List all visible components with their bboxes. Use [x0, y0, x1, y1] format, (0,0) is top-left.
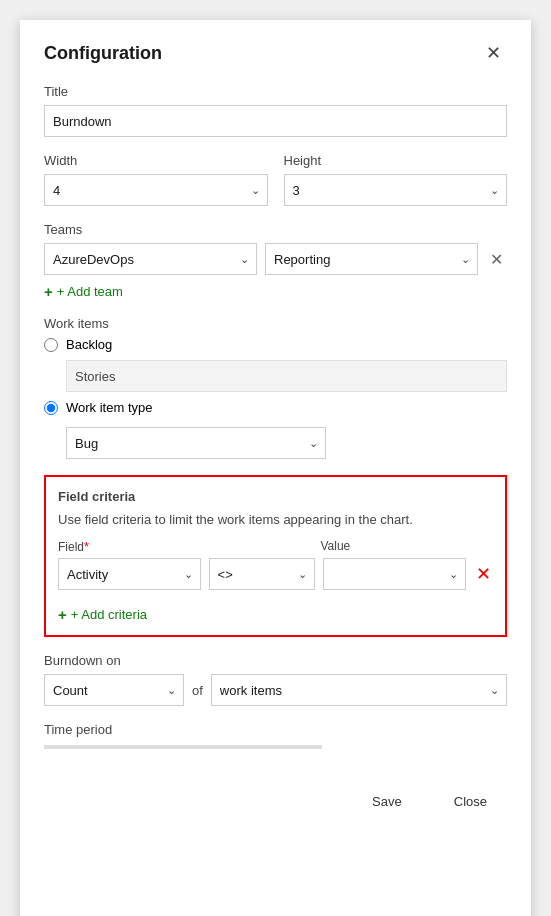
criteria-value-select[interactable]: [323, 558, 466, 590]
backlog-input: [66, 360, 507, 392]
remove-criteria-button[interactable]: ✕: [474, 563, 493, 585]
criteria-value-column-label: Value: [316, 539, 459, 554]
work-item-type-select[interactable]: Bug Epic Feature Task User Story: [66, 427, 326, 459]
team1-select[interactable]: AzureDevOps Contoso: [44, 243, 257, 275]
burndown-of-label: of: [192, 683, 203, 698]
field-criteria-desc: Use field criteria to limit the work ite…: [58, 512, 493, 527]
criteria-field-select-wrapper: Activity Priority State Tags ⌄: [58, 558, 201, 590]
criteria-value-select-wrapper: ⌄: [323, 558, 466, 590]
burndown-work-items-select[interactable]: work items story points effort: [211, 674, 507, 706]
width-section: Width 1 2 3 4 5 6 ⌄: [44, 153, 268, 206]
field-criteria-box: Field criteria Use field criteria to lim…: [44, 475, 507, 637]
criteria-field-column-label: Field*: [58, 539, 197, 554]
backlog-radio[interactable]: [44, 338, 58, 352]
criteria-op-select[interactable]: <> = < > <= >=: [209, 558, 316, 590]
work-item-type-radio-label: Work item type: [66, 400, 152, 415]
title-input[interactable]: [44, 105, 507, 137]
burndown-row: Count Sum ⌄ of work items story points e…: [44, 674, 507, 706]
add-criteria-icon: +: [58, 606, 67, 623]
team2-select-wrapper: Reporting Contoso ⌄: [265, 243, 478, 275]
remove-team-button[interactable]: ✕: [486, 250, 507, 269]
width-label: Width: [44, 153, 268, 168]
height-select[interactable]: 1 2 3 4 5 6: [284, 174, 508, 206]
criteria-action-spacer: [467, 539, 493, 554]
backlog-radio-label: Backlog: [66, 337, 112, 352]
dialog-close-button[interactable]: ✕: [480, 40, 507, 66]
title-section: Title: [44, 84, 507, 137]
required-star: *: [84, 539, 89, 554]
dialog-header: Configuration ✕: [44, 40, 507, 66]
work-item-type-option: Work item type: [44, 400, 507, 415]
teams-label: Teams: [44, 222, 507, 237]
add-criteria-button[interactable]: + + Add criteria: [58, 606, 147, 623]
dialog-title: Configuration: [44, 43, 162, 64]
work-items-section: Work items Backlog Work item type Bug Ep…: [44, 316, 507, 459]
add-criteria-label: + Add criteria: [71, 607, 147, 622]
add-team-icon: +: [44, 283, 53, 300]
burndown-section: Burndown on Count Sum ⌄ of work items st…: [44, 653, 507, 706]
configuration-dialog: Configuration ✕ Title Width 1 2 3 4 5 6 …: [20, 20, 531, 916]
burndown-count-select[interactable]: Count Sum: [44, 674, 184, 706]
criteria-labels-row: Field* Value: [58, 539, 493, 554]
width-height-section: Width 1 2 3 4 5 6 ⌄ Height 1 2 3: [44, 153, 507, 206]
work-items-radio-group: Backlog Work item type Bug Epic Feature …: [44, 337, 507, 459]
criteria-op-column-label: [205, 539, 309, 554]
backlog-option: Backlog: [44, 337, 507, 352]
add-team-label: + Add team: [57, 284, 123, 299]
add-team-button[interactable]: + + Add team: [44, 283, 123, 300]
time-period-bar: [44, 745, 322, 749]
save-button[interactable]: Save: [352, 785, 422, 817]
dialog-footer: Save Close: [44, 773, 507, 817]
criteria-op-select-wrapper: <> = < > <= >= ⌄: [209, 558, 316, 590]
time-period-label: Time period: [44, 722, 507, 737]
team2-select[interactable]: Reporting Contoso: [265, 243, 478, 275]
work-item-type-select-wrapper: Bug Epic Feature Task User Story ⌄: [66, 427, 326, 459]
burndown-work-items-select-wrapper: work items story points effort ⌄: [211, 674, 507, 706]
time-period-section: Time period: [44, 722, 507, 749]
work-items-label: Work items: [44, 316, 507, 331]
teams-section: Teams AzureDevOps Contoso ⌄ Reporting Co…: [44, 222, 507, 300]
title-label: Title: [44, 84, 507, 99]
width-select[interactable]: 1 2 3 4 5 6: [44, 174, 268, 206]
work-item-type-inner-wrapper: Bug Epic Feature Task User Story ⌄: [66, 427, 326, 459]
width-select-wrapper: 1 2 3 4 5 6 ⌄: [44, 174, 268, 206]
teams-row: AzureDevOps Contoso ⌄ Reporting Contoso …: [44, 243, 507, 275]
height-section: Height 1 2 3 4 5 6 ⌄: [284, 153, 508, 206]
height-label: Height: [284, 153, 508, 168]
criteria-row: Activity Priority State Tags ⌄ <> = < > …: [58, 558, 493, 590]
backlog-input-wrapper: [66, 360, 507, 392]
burndown-count-select-wrapper: Count Sum ⌄: [44, 674, 184, 706]
work-item-type-radio[interactable]: [44, 401, 58, 415]
team1-select-wrapper: AzureDevOps Contoso ⌄: [44, 243, 257, 275]
burndown-on-label: Burndown on: [44, 653, 507, 668]
criteria-field-select[interactable]: Activity Priority State Tags: [58, 558, 201, 590]
height-select-wrapper: 1 2 3 4 5 6 ⌄: [284, 174, 508, 206]
close-button[interactable]: Close: [434, 785, 507, 817]
field-criteria-title: Field criteria: [58, 489, 493, 504]
